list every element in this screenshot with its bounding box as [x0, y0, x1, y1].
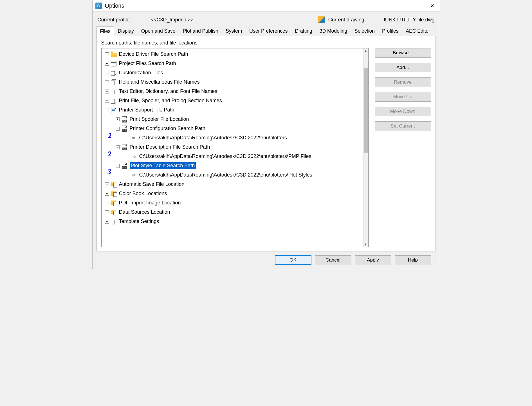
file-icon	[111, 107, 117, 113]
plt-icon	[121, 144, 127, 150]
collapse-icon[interactable]: −	[116, 127, 120, 131]
annotation-2: 2	[108, 150, 111, 158]
tree-item-printer-config[interactable]: − Printer Configuration Search Path	[102, 124, 363, 133]
expand-icon[interactable]: +	[105, 99, 109, 103]
tree-item-auto-save[interactable]: + Automatic Save File Location	[102, 180, 363, 189]
scroll-up-icon[interactable]: ▲	[363, 48, 368, 53]
expand-icon[interactable]: +	[105, 80, 109, 84]
scroll-thumb[interactable]	[364, 68, 368, 153]
plt-icon	[121, 163, 127, 169]
tree-item-data-sources[interactable]: + Data Sources Location	[102, 208, 363, 217]
expand-icon[interactable]: +	[105, 52, 109, 56]
tree-label: Print File, Spooler, and Prolog Section …	[119, 98, 222, 104]
tree-path: C:\Users\aklh\AppData\Roaming\Autodesk\C…	[139, 135, 287, 141]
expand-icon[interactable]: +	[105, 201, 109, 205]
tab-system[interactable]: System	[222, 26, 246, 36]
tree-label: Device Driver File Search Path	[119, 51, 188, 57]
tree-label: Automatic Save File Location	[119, 181, 185, 187]
bottom-bar: OK Cancel Apply Help	[96, 251, 436, 269]
tree-label: Printer Configuration Search Path	[130, 126, 205, 131]
current-profile-value: <<C3D_Imperial>>	[151, 17, 194, 23]
stack-icon	[111, 88, 117, 95]
stack-icon	[111, 98, 117, 104]
tree-item-template[interactable]: + Template Settings	[102, 217, 363, 226]
tree-label: Customization Files	[119, 70, 163, 76]
tree-item-plot-style[interactable]: − Plot Style Table Search Path	[102, 161, 363, 170]
annotation-3: 3	[108, 168, 111, 176]
tab-user-preferences[interactable]: User Preferences	[246, 26, 291, 36]
tree-path: C:\Users\aklh\AppData\Roaming\Autodesk\C…	[139, 172, 312, 178]
tab-open-save[interactable]: Open and Save	[138, 26, 179, 36]
title-bar: C Options ✕	[93, 0, 440, 12]
tab-selection[interactable]: Selection	[351, 26, 378, 36]
tree-item-color-book[interactable]: + Color Book Locations	[102, 189, 363, 198]
current-drawing-label: Current drawing:	[328, 17, 366, 23]
tree-item-printer-support[interactable]: − Printer Support File Path	[102, 105, 363, 115]
tree-label: Help and Miscellaneous File Names	[119, 79, 200, 85]
tree-item-help[interactable]: + Help and Miscellaneous File Names	[102, 77, 363, 87]
app-icon: C	[95, 3, 102, 9]
set-current-button: Set Current	[375, 121, 431, 131]
tree-item-customization[interactable]: + Customization Files	[102, 68, 363, 77]
tree-item-print-spooler-loc[interactable]: + Print Spooler File Location	[102, 115, 363, 124]
expand-icon[interactable]: +	[105, 90, 109, 93]
tree-item-project-files[interactable]: + Project Files Search Path	[102, 59, 363, 68]
tab-profiles[interactable]: Profiles	[378, 26, 402, 36]
apply-button[interactable]: Apply	[355, 255, 391, 265]
tree-path-plot-style[interactable]: ⇨ C:\Users\aklh\AppData\Roaming\Autodesk…	[102, 170, 363, 180]
tree-item-print-spooler-prolog[interactable]: + Print File, Spooler, and Prolog Sectio…	[102, 96, 363, 105]
tree-container: + Device Driver File Search Path + Proje…	[101, 48, 369, 247]
tab-display[interactable]: Display	[114, 26, 137, 36]
collapse-icon[interactable]: −	[116, 164, 120, 168]
tree-item-pdf-import[interactable]: + PDF Import Image Location	[102, 198, 363, 208]
annotation-1: 1	[108, 131, 112, 140]
tree-label: PDF Import Image Location	[119, 200, 181, 206]
folder-file-icon	[111, 200, 117, 206]
tree-item-device-driver[interactable]: + Device Driver File Search Path	[102, 50, 363, 59]
expand-icon[interactable]: +	[116, 117, 120, 121]
help-button[interactable]: Help	[395, 255, 431, 265]
dialog-body: Current profile: <<C3D_Imperial>> Curren…	[93, 12, 440, 269]
tree-path-printer-config[interactable]: ⇨ C:\Users\aklh\AppData\Roaming\Autodesk…	[102, 133, 363, 142]
tab-3d-modeling[interactable]: 3D Modeling	[316, 26, 351, 36]
move-down-button: Move Down	[375, 107, 431, 116]
expand-icon[interactable]: +	[105, 62, 109, 66]
move-up-button: Move Up	[375, 92, 431, 102]
tab-aec-editor[interactable]: AEC Editor	[402, 26, 434, 36]
tab-plot-publish[interactable]: Plot and Publish	[179, 26, 222, 36]
expand-icon[interactable]: +	[105, 220, 109, 224]
remove-button: Remove	[375, 77, 431, 87]
collapse-icon[interactable]: −	[105, 108, 109, 112]
scrollbar[interactable]: ▲ ▼	[363, 48, 368, 247]
window-title: Options	[105, 3, 428, 9]
tree: + Device Driver File Search Path + Proje…	[102, 48, 363, 227]
tree-label: Printer Support File Path	[119, 107, 174, 113]
tab-files[interactable]: Files	[96, 26, 114, 36]
expand-icon[interactable]: +	[105, 182, 109, 186]
scroll-down-icon[interactable]: ▼	[363, 242, 368, 247]
tree-label-selected: Plot Style Table Search Path	[130, 162, 196, 169]
tree-label: Print Spooler File Location	[130, 116, 189, 122]
cancel-button[interactable]: Cancel	[315, 255, 351, 265]
tab-drafting[interactable]: Drafting	[291, 26, 316, 36]
tree-path: C:\Users\aklh\AppData\Roaming\Autodesk\C…	[139, 153, 311, 159]
add-button[interactable]: Add...	[375, 63, 431, 72]
expand-icon[interactable]: +	[105, 71, 109, 75]
close-button[interactable]: ✕	[428, 1, 437, 10]
tree-item-printer-desc[interactable]: − Printer Description File Search Path	[102, 142, 363, 152]
tree-item-text-editor[interactable]: + Text Editor, Dictionary, and Font File…	[102, 87, 363, 96]
browse-button[interactable]: Browse...	[375, 48, 431, 58]
tree-path-printer-desc[interactable]: ⇨ C:\Users\aklh\AppData\Roaming\Autodesk…	[102, 152, 363, 161]
stack-icon	[111, 218, 117, 225]
tree-label: Text Editor, Dictionary, and Font File N…	[119, 88, 217, 94]
tree-label: Printer Description File Search Path	[130, 144, 210, 150]
arrow-icon: ⇨	[131, 135, 137, 141]
expand-icon[interactable]: +	[105, 210, 109, 214]
folder-file-icon	[111, 209, 117, 215]
expand-icon[interactable]: +	[105, 192, 109, 196]
ok-button[interactable]: OK	[275, 255, 311, 265]
collapse-icon[interactable]: −	[116, 145, 120, 149]
arrow-icon: ⇨	[131, 153, 137, 160]
tree-label: Data Sources Location	[119, 209, 170, 215]
tree-label: Project Files Search Path	[119, 61, 176, 66]
